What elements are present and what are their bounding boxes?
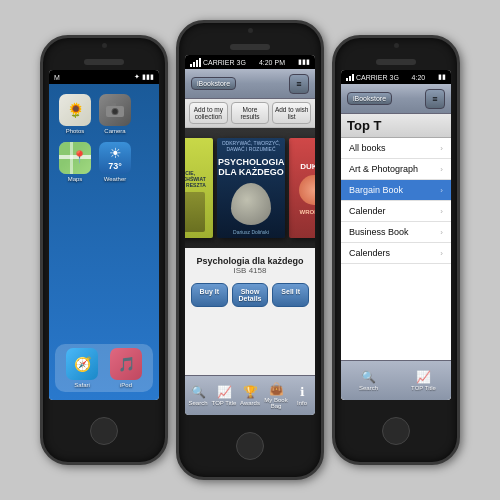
center-phone-top-bezel (179, 23, 321, 55)
book-center-title: PSYCHOLOGIA DLA KAŻDEGO (217, 156, 285, 180)
right-ibookstore-btn[interactable]: iBookstore (347, 92, 392, 105)
ipod-app-wrap[interactable]: 🎵 iPod (110, 348, 142, 388)
list-item-calenders[interactable]: Calenders › (341, 243, 451, 264)
right-screen: CARRIER 3G 4:20 ▮▮ iBookstore ≡ Top T Al… (341, 70, 451, 400)
book-cover-center[interactable]: ODKRYWAĆ, TWORZYĆ, DAWAĆ I ROZUMIEĆ PSYC… (217, 138, 285, 238)
nav-list-icon[interactable]: ≡ (289, 74, 309, 94)
center-speaker (230, 44, 270, 50)
maps-icon[interactable]: 📍 (59, 142, 91, 174)
safari-app-wrap[interactable]: 🧭 Safari (66, 348, 98, 388)
camera-app-wrap[interactable]: Camera (99, 94, 131, 134)
right-speaker (376, 59, 416, 65)
right-nav-icon[interactable]: ≡ (425, 89, 445, 109)
center-screen: CARRIER 3G 4:20 PM ▮▮▮ iBookstore ≡ Add … (185, 55, 315, 415)
center-nav-bar: iBookstore ≡ (185, 69, 315, 99)
center-phone: CARRIER 3G 4:20 PM ▮▮▮ iBookstore ≡ Add … (176, 20, 324, 480)
photos-icon[interactable]: 🌻 (59, 94, 91, 126)
right-home-button[interactable] (382, 417, 410, 445)
tab-awards-label: Awards (240, 400, 260, 406)
right-list-icon: ≡ (432, 94, 437, 104)
book-cover-left[interactable]: ŻYCIE, WSZECHŚWIATI CAŁA RESZTA (185, 138, 213, 238)
dock: 🧭 Safari 🎵 iPod (55, 344, 153, 392)
photos-label: Photos (66, 128, 85, 134)
calenders-label: Calenders (349, 248, 390, 258)
svg-point-2 (113, 109, 118, 114)
art-label: Art & Photograph (349, 164, 418, 174)
center-home-button[interactable] (236, 432, 264, 460)
right-search-label: Search (359, 385, 378, 391)
right-carrier: CARRIER (356, 74, 388, 81)
weather-app-wrap[interactable]: ☀ 73° Weather (99, 142, 131, 182)
list-item-all-books[interactable]: All books › (341, 138, 451, 159)
svg-rect-3 (111, 103, 116, 106)
left-bottom-bezel (43, 400, 165, 462)
camera-icon[interactable] (99, 94, 131, 126)
weather-temp: 73° (108, 161, 122, 171)
app-grid: 🌻 Photos Camera (55, 90, 153, 186)
calender-label: Calender (349, 206, 386, 216)
right-tab-search[interactable]: 🔍 Search (341, 370, 396, 391)
book-left-title: ŻYCIE, WSZECHŚWIATI CAŁA RESZTA (185, 168, 211, 190)
show-details-btn[interactable]: Show Details (232, 283, 269, 307)
buy-btn[interactable]: Buy It (191, 283, 228, 307)
right-battery: ▮▮ (438, 73, 446, 81)
list-item-art[interactable]: Art & Photograph › (341, 159, 451, 180)
center-camera-dot (248, 28, 253, 33)
action-bar: Add to my collection More results Add to… (185, 99, 315, 128)
list-item-calender[interactable]: Calender › (341, 201, 451, 222)
book-cover-right[interactable]: DUKAJ WRONIEC (289, 138, 315, 238)
book-right-subtitle: WRONIEC (300, 209, 316, 215)
right-nav-bar: iBookstore ≡ (341, 84, 451, 114)
left-status-bar: M ✦ ▮▮▮ (49, 70, 159, 84)
book-center-top: ODKRYWAĆ, TWORZYĆ, DAWAĆ I ROZUMIEĆ (219, 141, 283, 152)
book-info: Psychologia dla każdego ISB 4158 (185, 248, 315, 279)
book-left-image (185, 192, 205, 232)
tab-awards[interactable]: 🏆 Awards (237, 385, 263, 406)
center-content: CARRIER 3G 4:20 PM ▮▮▮ iBookstore ≡ Add … (185, 55, 315, 415)
left-phone: M ✦ ▮▮▮ 🌻 Photos (40, 35, 168, 465)
left-home-button[interactable] (90, 417, 118, 445)
center-battery: ▮▮▮ (298, 58, 310, 66)
right-signal (346, 74, 354, 81)
left-carrier: M (54, 74, 60, 81)
chevron-icon-3: › (440, 207, 443, 216)
right-time: 4:20 (412, 74, 426, 81)
list-item-bargain[interactable]: Bargain Book › (341, 180, 451, 201)
add-collection-btn[interactable]: Add to my collection (189, 102, 228, 124)
photos-app-wrap[interactable]: 🌻 Photos (59, 94, 91, 134)
ipod-icon[interactable]: 🎵 (110, 348, 142, 380)
safari-icon[interactable]: 🧭 (66, 348, 98, 380)
right-camera-dot (394, 43, 399, 48)
center-status-bar: CARRIER 3G 4:20 PM ▮▮▮ (185, 55, 315, 69)
tab-search[interactable]: 🔍 Search (185, 385, 211, 406)
signal-bars (190, 58, 201, 67)
weather-icon[interactable]: ☀ 73° (99, 142, 131, 174)
battery-icon: ▮▮▮ (142, 73, 154, 81)
center-bottom-bezel (179, 415, 321, 477)
right-tab-top[interactable]: 📈 TOP Title (396, 370, 451, 391)
tab-book-bag[interactable]: 👜 My Book Bag (263, 382, 289, 409)
empty-wrap (139, 94, 149, 134)
book-center-image (231, 183, 271, 225)
tab-info[interactable]: ℹ Info (289, 385, 315, 406)
search-icon: 🔍 (191, 385, 206, 399)
bag-icon: 👜 (269, 382, 284, 396)
ibookstore-button[interactable]: iBookstore (191, 77, 236, 90)
right-chart-icon: 📈 (416, 370, 431, 384)
maps-app-wrap[interactable]: 📍 Maps (59, 142, 91, 182)
center-tab-bar: 🔍 Search 📈 TOP Title 🏆 Awards 👜 My Book … (185, 375, 315, 415)
add-wishlist-btn[interactable]: Add to wish list (272, 102, 311, 124)
sell-btn[interactable]: Sell It (272, 283, 309, 307)
info-icon: ℹ (300, 385, 305, 399)
right-top-label: TOP Title (411, 385, 436, 391)
book-btn-row: Buy It Show Details Sell It (185, 279, 315, 311)
list-item-business[interactable]: Business Book › (341, 222, 451, 243)
right-network: 3G (390, 74, 399, 81)
tab-top-title[interactable]: 📈 TOP Title (211, 385, 237, 406)
right-status-bar: CARRIER 3G 4:20 ▮▮ (341, 70, 451, 84)
chart-icon: 📈 (217, 385, 232, 399)
chevron-icon-1: › (440, 165, 443, 174)
more-results-btn[interactable]: More results (231, 102, 270, 124)
bar3 (196, 60, 198, 67)
chevron-icon-4: › (440, 228, 443, 237)
